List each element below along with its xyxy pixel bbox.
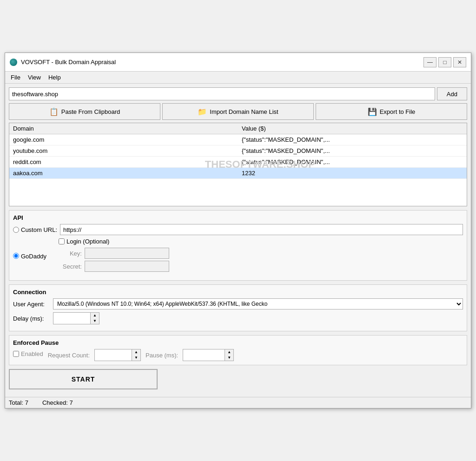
delay-label: Delay (ms):: [13, 315, 50, 322]
table-row[interactable]: aakoa.com1232: [9, 168, 467, 179]
pause-ms-label: Pause (ms):: [145, 352, 178, 359]
checked-status: Checked: 7: [42, 399, 73, 406]
custom-url-input[interactable]: [60, 224, 463, 235]
window-title: VOVSOFT - Bulk Domain Appraisal: [21, 59, 423, 66]
toolbar: 📋 Paste From Clipboard 📁 Import Domain N…: [9, 103, 467, 120]
pause-ms-input[interactable]: 10000: [183, 349, 225, 361]
enforced-pause-section: Enforced Pause Enabled Request Count: 10…: [9, 335, 467, 365]
import-button[interactable]: 📁 Import Domain Name List: [162, 103, 314, 120]
table-cell-domain: reddit.com: [9, 157, 238, 168]
delay-input[interactable]: 1000: [53, 313, 91, 324]
maximize-button[interactable]: □: [438, 57, 451, 67]
godaddy-options: Login (Optional) Key: Secret:: [59, 238, 169, 274]
custom-url-label: Custom URL:: [21, 226, 57, 233]
table-cell-domain: google.com: [9, 134, 238, 145]
status-bar: Total: 7 Checked: 7: [5, 397, 471, 408]
godaddy-label: GoDaddy: [21, 253, 46, 260]
godaddy-radio[interactable]: [13, 253, 19, 259]
table-row[interactable]: google.com{"status":"MASKED_DOMAIN",...: [9, 134, 467, 145]
table-cell-value: 1232: [238, 168, 467, 179]
start-button[interactable]: START: [9, 369, 158, 389]
export-label: Export to File: [380, 108, 416, 115]
window-controls: — □ ✕: [423, 57, 466, 67]
user-agent-select[interactable]: Mozilla/5.0 (Windows NT 10.0; Win64; x64…: [53, 298, 463, 310]
request-count-input[interactable]: 10: [95, 349, 132, 361]
key-input[interactable]: [85, 248, 169, 259]
delay-spinner: 1000 ▲ ▼: [53, 312, 99, 324]
minimize-button[interactable]: —: [423, 57, 436, 67]
login-checkbox[interactable]: [59, 238, 65, 244]
add-button[interactable]: Add: [437, 87, 467, 100]
folder-icon: 📁: [198, 107, 207, 116]
godaddy-row: GoDaddy Login (Optional) Key: Secret:: [13, 238, 463, 274]
col-value: Value ($): [238, 123, 467, 134]
table-cell-value: {"status":"MASKED_DOMAIN",...: [238, 145, 467, 157]
delay-down-button[interactable]: ▼: [91, 318, 99, 324]
custom-url-row: Custom URL:: [13, 224, 463, 235]
close-button[interactable]: ✕: [453, 57, 466, 67]
secret-label: Secret:: [59, 263, 82, 270]
login-checkbox-row: Login (Optional): [59, 238, 169, 245]
delay-row: Delay (ms): 1000 ▲ ▼: [13, 312, 463, 324]
login-label: Login (Optional): [66, 238, 110, 245]
request-count-up-button[interactable]: ▲: [132, 349, 140, 355]
api-section: API Custom URL: GoDaddy Login (Optional): [9, 210, 467, 281]
paste-clipboard-label: Paste From Clipboard: [61, 108, 120, 115]
enabled-checkbox[interactable]: [13, 351, 19, 357]
custom-url-radio[interactable]: [13, 227, 19, 233]
domain-table: Domain Value ($) google.com{"status":"MA…: [9, 123, 467, 179]
menu-help[interactable]: Help: [45, 72, 65, 82]
total-status: Total: 7: [9, 399, 28, 406]
menu-bar: File View Help: [5, 72, 471, 84]
col-domain: Domain: [9, 123, 238, 134]
connection-section: Connection User Agent: Mozilla/5.0 (Wind…: [9, 284, 467, 331]
request-count-spinner: 10 ▲ ▼: [94, 349, 141, 361]
delay-spinner-buttons: ▲ ▼: [91, 313, 99, 324]
table-cell-domain: youtube.com: [9, 145, 238, 157]
domain-input-row: Add: [9, 87, 467, 100]
pause-ms-spinner: 10000 ▲ ▼: [183, 349, 234, 361]
table-row[interactable]: reddit.com{"status":"MASKED_DOMAIN",...: [9, 157, 467, 168]
custom-url-radio-label[interactable]: Custom URL:: [13, 226, 57, 233]
save-icon: 💾: [368, 107, 377, 116]
enabled-label: Enabled: [21, 350, 43, 357]
app-icon: [10, 59, 17, 66]
delay-up-button[interactable]: ▲: [91, 313, 99, 318]
domain-table-container: Domain Value ($) google.com{"status":"MA…: [9, 123, 467, 206]
content-area: Add 📋 Paste From Clipboard 📁 Import Doma…: [5, 84, 471, 397]
title-bar: VOVSOFT - Bulk Domain Appraisal — □ ✕: [5, 53, 471, 72]
godaddy-radio-label[interactable]: GoDaddy: [13, 252, 46, 260]
menu-file[interactable]: File: [7, 72, 24, 82]
table-row[interactable]: youtube.com{"status":"MASKED_DOMAIN",...: [9, 145, 467, 157]
enforced-pause-label: Enforced Pause: [13, 339, 463, 346]
export-button[interactable]: 💾 Export to File: [316, 103, 467, 120]
api-section-label: API: [13, 214, 463, 221]
clipboard-icon: 📋: [49, 107, 59, 116]
main-window: VOVSOFT - Bulk Domain Appraisal — □ ✕ Fi…: [5, 53, 471, 408]
table-cell-value: {"status":"MASKED_DOMAIN",...: [238, 157, 467, 168]
request-count-down-button[interactable]: ▼: [132, 355, 140, 361]
import-label: Import Domain Name List: [210, 108, 278, 115]
enforced-pause-row: Enabled Request Count: 10 ▲ ▼ Pause (ms)…: [13, 349, 463, 361]
request-count-label: Request Count:: [48, 352, 90, 359]
enabled-checkbox-row: Enabled: [13, 350, 43, 357]
menu-view[interactable]: View: [24, 72, 45, 82]
table-cell-domain: aakoa.com: [9, 168, 238, 179]
domain-input[interactable]: [9, 87, 435, 100]
user-agent-row: User Agent: Mozilla/5.0 (Windows NT 10.0…: [13, 298, 463, 310]
pause-ms-down-button[interactable]: ▼: [225, 355, 233, 361]
paste-clipboard-button[interactable]: 📋 Paste From Clipboard: [9, 103, 160, 120]
key-row: Key:: [59, 248, 169, 259]
pause-ms-up-button[interactable]: ▲: [225, 349, 233, 355]
secret-input[interactable]: [85, 261, 169, 272]
request-count-spinner-buttons: ▲ ▼: [132, 349, 140, 361]
user-agent-label: User Agent:: [13, 301, 50, 308]
key-label: Key:: [59, 250, 82, 257]
pause-ms-spinner-buttons: ▲ ▼: [225, 349, 233, 361]
start-row: START: [9, 369, 467, 389]
connection-section-label: Connection: [13, 289, 463, 296]
secret-row: Secret:: [59, 261, 169, 272]
table-cell-value: {"status":"MASKED_DOMAIN",...: [238, 134, 467, 145]
